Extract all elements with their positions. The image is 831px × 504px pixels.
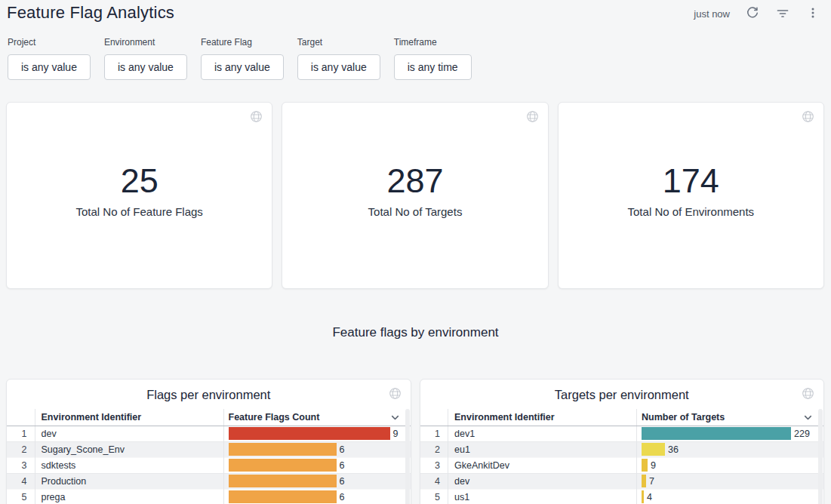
table-area: Environment IdentifierNumber of Targets1… [420, 409, 824, 504]
filter-label: Target [297, 37, 380, 48]
table-title: Flags per environment [7, 380, 411, 402]
measure-column-header: Number of Targets [637, 409, 824, 426]
environment-identifier-cell: eu1 [448, 441, 637, 457]
environment-identifier-cell: prega [35, 489, 223, 504]
value-bar [642, 459, 648, 472]
table-row: 2Sugary_Scone_Env6 [7, 441, 411, 457]
filter-label: Feature Flag [201, 37, 284, 48]
row-index: 3 [7, 457, 35, 473]
table-title: Targets per environment [420, 380, 824, 402]
value-label: 7 [649, 476, 654, 487]
table-row: 4dev7 [420, 473, 824, 489]
value-bar [229, 443, 337, 456]
filter-value-button[interactable]: is any time [394, 54, 472, 80]
tables-row: Flags per environmentEnvironment Identif… [6, 379, 824, 504]
row-index: 5 [420, 489, 448, 504]
value-label: 6 [340, 476, 345, 487]
chevron-down-icon[interactable] [390, 413, 400, 425]
table-row: 4Production6 [7, 473, 411, 489]
globe-icon [802, 387, 814, 400]
page-title: Feature Flag Analytics [7, 3, 174, 23]
refresh-button[interactable] [745, 6, 760, 21]
measure-cell: 6 [223, 441, 411, 457]
filter-group-project: Projectis any value [8, 37, 91, 80]
filter-value-button[interactable]: is any value [201, 54, 284, 80]
filter-label: Timeframe [394, 37, 472, 48]
identifier-column-header: Environment Identifier [448, 409, 637, 426]
row-index: 2 [7, 441, 35, 457]
table-row: 3sdktests6 [7, 457, 411, 473]
measure-cell: 9 [637, 457, 824, 473]
filter-icon [776, 6, 789, 22]
measure-column-label: Feature Flags Count [229, 412, 320, 423]
table-row: 5prega6 [7, 489, 411, 504]
measure-cell: 4 [637, 489, 824, 504]
value-label: 9 [393, 429, 399, 439]
identifier-column-header: Environment Identifier [35, 409, 223, 426]
table-scrollbar[interactable] [405, 409, 410, 504]
measure-cell: 6 [223, 473, 411, 489]
environment-identifier-cell: dev [448, 473, 637, 489]
kpi-value: 287 [386, 161, 443, 201]
chevron-down-icon[interactable] [803, 413, 813, 425]
row-index: 1 [420, 426, 448, 441]
value-label: 229 [794, 429, 810, 439]
measure-column-label: Number of Targets [642, 412, 725, 423]
last-updated-text: just now [694, 8, 730, 20]
measure-cell: 7 [637, 473, 824, 489]
value-label: 6 [340, 460, 345, 471]
data-table: Environment IdentifierFeature Flags Coun… [7, 409, 411, 504]
data-table: Environment IdentifierNumber of Targets1… [420, 409, 824, 504]
more-menu-button[interactable] [805, 6, 820, 21]
table-row: 5us14 [420, 489, 824, 504]
table-area: Environment IdentifierFeature Flags Coun… [7, 409, 411, 504]
row-index: 5 [7, 489, 35, 504]
environment-identifier-cell: sdktests [35, 457, 223, 473]
kpi-label: Total No of Environments [628, 205, 755, 218]
kebab-menu-icon [806, 6, 820, 22]
top-bar: Feature Flag Analytics just now [0, 0, 831, 23]
globe-icon [389, 387, 402, 400]
filter-group-environment: Environmentis any value [104, 37, 187, 80]
kpi-card-2: 174Total No of Environments [558, 102, 824, 289]
kpi-value: 25 [121, 161, 159, 201]
kpi-label: Total No of Targets [368, 205, 463, 218]
row-index: 4 [7, 473, 35, 489]
filters-toggle-button[interactable] [775, 6, 790, 21]
environment-identifier-cell: Sugary_Scone_Env [35, 441, 223, 457]
index-column-header [420, 409, 448, 426]
table-row: 1dev9 [7, 426, 411, 441]
value-bar [229, 475, 337, 487]
section-title: Feature flags by environment [0, 325, 831, 340]
measure-cell: 229 [637, 426, 824, 441]
value-label: 4 [647, 492, 652, 502]
value-label: 6 [340, 492, 345, 502]
measure-cell: 9 [223, 426, 411, 441]
row-index: 4 [420, 473, 448, 489]
kpi-value: 174 [663, 161, 719, 201]
filter-label: Project [8, 37, 91, 48]
value-bar [642, 490, 644, 503]
value-bar [229, 490, 337, 503]
filter-value-button[interactable]: is any value [104, 54, 187, 80]
row-index: 3 [420, 457, 448, 473]
environment-identifier-cell: dev1 [448, 426, 637, 441]
globe-icon [250, 110, 263, 123]
environment-identifier-cell: Production [35, 473, 223, 489]
filter-group-target: Targetis any value [297, 37, 380, 80]
environment-identifier-cell: GkeAnkitDev [448, 457, 637, 473]
index-column-header [7, 409, 35, 426]
dashboard-controls: just now [694, 6, 820, 21]
value-label: 36 [668, 444, 679, 455]
filter-value-button[interactable]: is any value [297, 54, 380, 80]
table-row: 2eu136 [420, 441, 824, 457]
environment-identifier-cell: dev [35, 426, 223, 441]
value-bar [642, 427, 791, 440]
row-index: 2 [420, 441, 448, 457]
filter-label: Environment [104, 37, 187, 48]
filter-value-button[interactable]: is any value [8, 54, 91, 80]
kpi-row: 25Total No of Feature Flags287Total No o… [6, 102, 824, 289]
globe-icon [526, 110, 539, 123]
refresh-icon [746, 6, 759, 22]
table-scrollbar[interactable] [818, 409, 823, 504]
